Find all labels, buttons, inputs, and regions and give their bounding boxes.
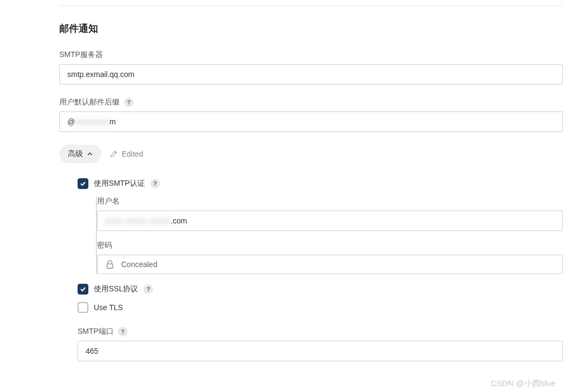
password-label: 密码 [97,241,563,250]
divider [59,5,563,6]
help-icon[interactable]: ? [150,179,160,188]
smtp-port-label-row: SMTP端口 ? [78,327,563,337]
edited-label: Edited [122,150,143,158]
help-icon[interactable]: ? [143,284,153,294]
smtp-auth-checkbox[interactable] [78,178,88,189]
tls-checkbox[interactable] [78,302,88,313]
suffix-blurred: xxxxxxxx [75,117,109,126]
username-label: 用户名 [97,197,563,206]
check-icon [80,180,86,187]
edited-indicator: Edited [110,150,143,158]
smtp-port-input[interactable] [78,341,563,361]
username-field: 用户名 xxxx xxxxx xxxxx.com [97,197,563,231]
username-blurred: xxxx xxxxx xxxxx [105,216,171,225]
ssl-checkbox[interactable] [78,284,88,295]
help-icon[interactable]: ? [124,97,134,107]
suffix-suffix: m [109,117,116,126]
password-concealed-text: Concealed [121,260,157,269]
check-icon [80,286,86,292]
ssl-label: 使用SSL协议 [94,284,138,294]
username-input[interactable]: xxxx xxxxx xxxxx.com [97,211,563,231]
tls-row: Use TLS [78,302,563,313]
advanced-toggle-button[interactable]: 高级 [59,145,101,163]
smtp-server-field: SMTP服务器 [59,50,563,85]
watermark: CSDN @小西blue [491,379,555,389]
advanced-header: 高级 Edited [59,145,563,163]
smtp-port-label: SMTP端口 [78,327,114,337]
smtp-auth-row: 使用SMTP认证 ? [78,178,563,189]
default-suffix-label-text: 用户默认邮件后缀 [59,97,120,107]
smtp-auth-subsection: 用户名 xxxx xxxxx xxxxx.com 密码 Co [96,197,563,274]
suffix-prefix: @ [67,117,75,126]
chevron-up-icon [87,151,93,157]
pencil-icon [110,150,117,158]
password-field: 密码 Concealed [97,241,563,274]
username-suffix: .com [171,216,187,225]
default-suffix-input[interactable]: @xxxxxxxxm [59,111,563,132]
smtp-port-section: SMTP端口 ? [78,327,563,361]
help-icon[interactable]: ? [118,327,128,337]
smtp-server-label: SMTP服务器 [59,50,563,60]
password-input[interactable]: Concealed [97,255,563,274]
ssl-row: 使用SSL协议 ? [78,284,563,295]
default-suffix-field: 用户默认邮件后缀 ? @xxxxxxxxm [59,97,563,132]
advanced-toggle-label: 高级 [68,149,83,159]
section-title: 邮件通知 [59,22,563,35]
default-suffix-label: 用户默认邮件后缀 ? [59,97,563,107]
svg-rect-0 [107,264,113,268]
advanced-section: 使用SMTP认证 ? 用户名 xxxx xxxxx xxxxx.com 密码 [78,178,563,361]
smtp-server-input[interactable] [59,64,563,85]
smtp-auth-label: 使用SMTP认证 [94,179,145,188]
tls-label: Use TLS [94,303,123,312]
lock-icon [105,260,115,269]
